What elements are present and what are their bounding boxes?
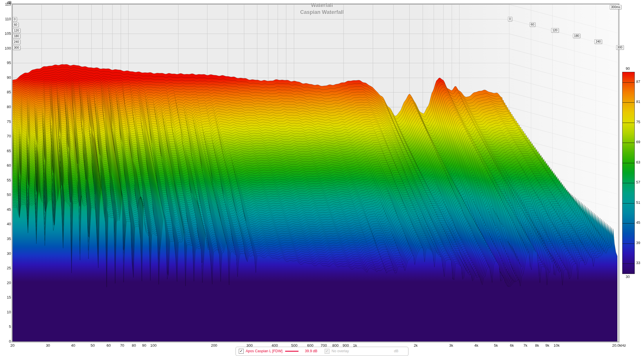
color-scale-tick-line — [623, 123, 634, 123]
waterfall-canvas — [0, 0, 644, 356]
color-scale-tick-line — [623, 223, 634, 224]
color-scale-tick-line — [623, 102, 634, 103]
color-scale-tick-line — [623, 82, 634, 83]
color-scale-tick-line — [623, 264, 634, 264]
overlay-checkbox[interactable]: ✓ — [325, 349, 330, 354]
color-scale-tick-line — [623, 183, 634, 183]
color-scale-tick-line — [623, 143, 634, 143]
trace-name-label: Apos Caspian L [FDW] — [246, 349, 283, 353]
color-scale-tick-line — [623, 163, 634, 163]
color-scale-tick-line — [623, 203, 634, 204]
legend-bar: ✓ Apos Caspian L [FDW] 39.9 dB ✓ No over… — [236, 347, 408, 356]
legend-unit-label: dB — [394, 349, 398, 353]
trace-visibility-checkbox[interactable]: ✓ — [239, 349, 244, 354]
color-scale-bar — [622, 72, 635, 274]
trace-color-line — [285, 351, 299, 352]
overlay-label: No overlay — [332, 349, 349, 353]
waterfall-plot-window: Waterfall Caspian Waterfall dB 051015202… — [0, 0, 644, 356]
color-scale-tick-line — [623, 244, 634, 244]
trace-level-readout: 39.9 dB — [305, 349, 317, 353]
